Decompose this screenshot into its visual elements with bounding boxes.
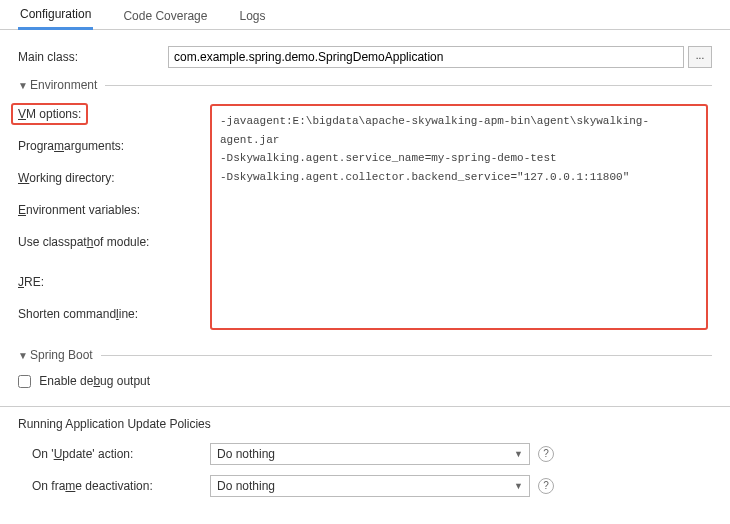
collapse-icon: ▼ [18, 80, 30, 91]
on-update-label: On 'Update' action: [32, 447, 210, 461]
vm-options-label: VM options: [11, 103, 88, 125]
on-frame-label: On frame deactivation: [32, 479, 210, 493]
working-dir-label: Working directory: [18, 168, 210, 200]
vm-options-textarea[interactable]: -javaagent:E:\bigdata\apache-skywalking-… [210, 104, 708, 330]
environment-group-header[interactable]: ▼ Environment [18, 78, 712, 92]
program-args-label: Program arguments: [18, 136, 210, 168]
main-class-label: Main class: [18, 50, 168, 64]
chevron-down-icon: ▼ [514, 449, 523, 459]
main-class-browse-button[interactable]: ... [688, 46, 712, 68]
jre-label: JRE: [18, 272, 210, 304]
help-icon[interactable]: ? [538, 478, 554, 494]
main-class-input[interactable] [168, 46, 684, 68]
enable-debug-checkbox[interactable]: Enable debug output [18, 374, 150, 388]
springboot-group-header[interactable]: ▼ Spring Boot [18, 348, 712, 362]
enable-debug-input[interactable] [18, 375, 31, 388]
chevron-down-icon: ▼ [514, 481, 523, 491]
classpath-label: Use classpath of module: [18, 232, 210, 272]
on-update-select[interactable]: Do nothing ▼ [210, 443, 530, 465]
tab-code-coverage[interactable]: Code Coverage [121, 2, 209, 29]
env-vars-label: Environment variables: [18, 200, 210, 232]
tab-configuration[interactable]: Configuration [18, 0, 93, 30]
tab-bar: Configuration Code Coverage Logs [0, 0, 730, 30]
help-icon[interactable]: ? [538, 446, 554, 462]
on-frame-select[interactable]: Do nothing ▼ [210, 475, 530, 497]
collapse-icon: ▼ [18, 350, 30, 361]
shorten-cmd-label: Shorten command line: [18, 304, 210, 336]
policies-title: Running Application Update Policies [18, 417, 712, 431]
tab-logs[interactable]: Logs [237, 2, 267, 29]
springboot-title: Spring Boot [30, 348, 93, 362]
environment-title: Environment [30, 78, 97, 92]
